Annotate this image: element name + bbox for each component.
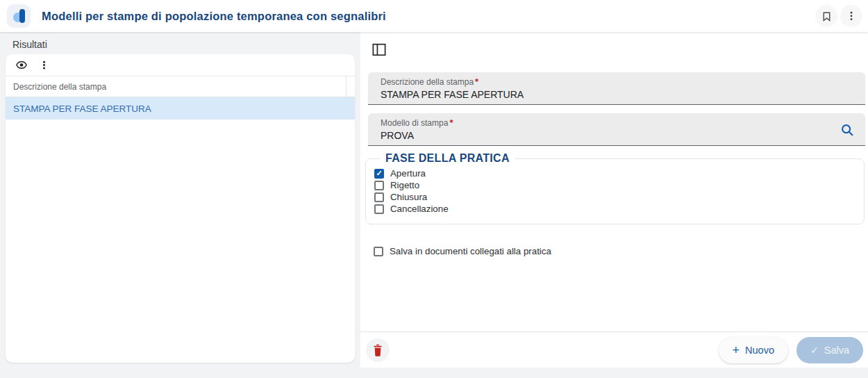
delete-button[interactable]	[366, 338, 390, 362]
kebab-menu-icon	[39, 59, 49, 71]
field-label: Descrizione della stampa	[381, 77, 474, 87]
split-view-toggle-button[interactable]	[369, 40, 390, 58]
checkbox-salva-documenti[interactable]: ✓ Salva in documenti collegati alla prat…	[374, 245, 551, 257]
eye-icon	[14, 59, 29, 71]
plus-icon: +	[733, 344, 740, 356]
field-label: Modello di stampa	[381, 118, 448, 128]
checkbox-box[interactable]: ✓	[374, 169, 384, 179]
field-descrizione-stampa[interactable]: Descrizione della stampa* STAMPA PER FAS…	[368, 72, 865, 105]
results-menu-button[interactable]	[39, 59, 49, 71]
field-value: PROVA	[381, 129, 837, 142]
nuovo-button[interactable]: + Nuovo	[719, 337, 788, 363]
checkbox-box[interactable]: ✓	[374, 204, 384, 214]
checkbox-label: Salva in documenti collegati alla pratic…	[390, 246, 551, 256]
app-header: Modelli per stampe di popolazione tempor…	[0, 0, 868, 32]
results-region: Risultati	[6, 32, 355, 54]
checkbox-rigetto[interactable]: ✓ Rigetto	[374, 179, 864, 191]
salva-button[interactable]: ✓ Salva	[796, 337, 863, 363]
app-logo-icon	[7, 4, 31, 28]
checkbox-label: Cancellazione	[390, 204, 449, 214]
column-header-descrizione: Descrizione della stampa	[13, 82, 106, 92]
salva-label: Salva	[824, 345, 849, 356]
header-menu-button[interactable]	[840, 5, 862, 27]
fase-legend: FASE DELLA PRATICA	[380, 152, 515, 165]
checkbox-apertura[interactable]: ✓ Apertura	[374, 167, 864, 179]
checkbox-box[interactable]: ✓	[374, 192, 384, 202]
results-title: Risultati	[6, 32, 355, 54]
field-modello-stampa[interactable]: Modello di stampa* PROVA	[368, 113, 865, 146]
page-title: Modelli per stampe di popolazione tempor…	[42, 10, 386, 23]
preview-button[interactable]	[14, 59, 29, 71]
split-view-icon	[372, 43, 387, 56]
trash-icon	[372, 344, 383, 356]
nuovo-label: Nuovo	[745, 345, 774, 356]
row-descrizione: STAMPA PER FASE APERTURA	[13, 104, 151, 114]
checkbox-chiusura[interactable]: ✓ Chiusura	[374, 191, 864, 203]
column-separator	[346, 76, 347, 97]
required-marker: *	[475, 76, 478, 87]
table-row[interactable]: STAMPA PER FASE APERTURA	[6, 97, 355, 120]
kebab-menu-icon	[846, 10, 857, 22]
check-icon: ✓	[810, 345, 819, 356]
detail-panel: Descrizione della stampa* STAMPA PER FAS…	[360, 32, 868, 368]
results-card: Descrizione della stampa STAMPA PER FASE…	[6, 54, 355, 363]
action-bar: + Nuovo ✓ Salva	[360, 331, 868, 368]
search-modello-button[interactable]	[839, 122, 856, 138]
results-toolbar	[6, 54, 355, 76]
checkbox-label: Chiusura	[390, 192, 427, 202]
checkbox-label: Rigetto	[390, 180, 419, 190]
fase-della-pratica-group: FASE DELLA PRATICA ✓ Apertura ✓ Rigetto …	[365, 152, 865, 224]
checkbox-label: Apertura	[390, 168, 426, 179]
header-actions	[815, 5, 862, 27]
search-icon	[840, 122, 855, 138]
app-logo-glyph	[13, 9, 25, 23]
checkbox-cancellazione[interactable]: ✓ Cancellazione	[374, 203, 864, 215]
checkbox-box[interactable]: ✓	[374, 181, 384, 190]
checkbox-box[interactable]: ✓	[374, 247, 383, 256]
bookmark-icon	[821, 10, 833, 22]
bookmark-button[interactable]	[815, 5, 837, 27]
required-marker: *	[449, 117, 453, 128]
table-header[interactable]: Descrizione della stampa	[6, 76, 355, 97]
field-value: STAMPA PER FASE APERTURA	[381, 88, 837, 101]
